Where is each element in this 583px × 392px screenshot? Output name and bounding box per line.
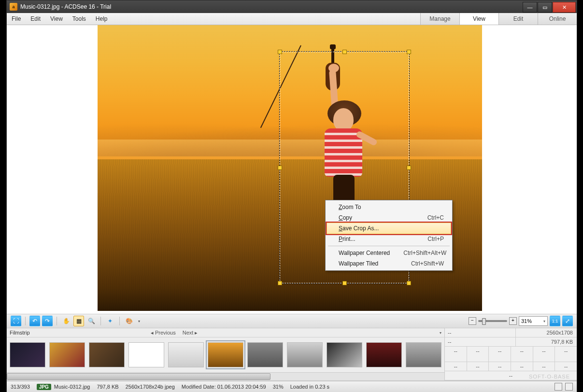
info-cell: --: [533, 362, 555, 371]
status-counter: 313/393: [11, 384, 30, 390]
filmstrip-menu-icon[interactable]: ▾: [440, 331, 441, 335]
selection-handle-w[interactable]: [278, 166, 282, 170]
info-panel: -- 2560x1708 -- 797,8 KB -- -- -- -- -- …: [445, 328, 577, 380]
window-title: Music-0312.jpg - ACDSee 16 - Trial: [20, 3, 522, 10]
filmstrip-scrollbar[interactable]: [7, 372, 444, 380]
zoom-fit-icon[interactable]: ⤢: [562, 316, 573, 326]
status-icon-1[interactable]: [555, 383, 562, 391]
info-top-left: --: [445, 328, 516, 337]
scrollbar-thumb[interactable]: [7, 373, 270, 380]
zoom-in-button[interactable]: +: [509, 317, 517, 325]
filmstrip-panel: Filmstrip ◂ Previous Next ▸ ▾: [7, 328, 445, 380]
tool-rotate-right-icon[interactable]: ↷: [42, 316, 53, 326]
zoom-slider-thumb[interactable]: [482, 318, 486, 325]
mode-online[interactable]: Online: [538, 13, 577, 25]
thumb[interactable]: [327, 342, 362, 367]
status-dimensions: 2560x1708x24b jpeg: [126, 384, 175, 390]
menu-file[interactable]: File: [7, 13, 26, 25]
status-modified: Modified Date: 01.06.2013 20:04:59: [182, 384, 266, 390]
selection-handle-ne[interactable]: [407, 50, 411, 54]
status-filesize: 797,8 KB: [97, 384, 118, 390]
tool-rotate-left-icon[interactable]: ↶: [29, 316, 40, 326]
info-cell: --: [489, 347, 511, 362]
status-icon-2[interactable]: [565, 383, 573, 391]
thumb[interactable]: [49, 342, 85, 367]
info-cell: --: [511, 362, 533, 371]
bottom-panels: Filmstrip ◂ Previous Next ▸ ▾: [7, 328, 577, 381]
status-loaded: Loaded in 0.23 s: [290, 384, 329, 390]
statusbar: 313/393 JPG Music-0312.jpg 797,8 KB 2560…: [7, 381, 577, 392]
info-cell: --: [445, 347, 467, 362]
selection-handle-e[interactable]: [407, 166, 411, 170]
zoom-value-dropdown[interactable]: 31%▾: [519, 316, 548, 326]
tool-palette-dropdown-icon[interactable]: ▾: [136, 316, 142, 326]
tool-pan-icon[interactable]: ✋: [61, 316, 71, 326]
ctx-copy[interactable]: CopyCtrl+C: [327, 212, 451, 223]
thumb[interactable]: [10, 342, 45, 367]
menubar: File Edit View Tools Help Manage View Ed…: [7, 13, 577, 25]
selection-handle-s[interactable]: [342, 281, 347, 285]
mode-view[interactable]: View: [459, 13, 498, 25]
filmstrip-next[interactable]: Next ▸: [183, 330, 198, 336]
ctx-wallpaper-tiled[interactable]: Wallpaper TiledCtrl+Shift+W: [327, 258, 451, 269]
info-cell: --: [467, 362, 489, 371]
ctx-print[interactable]: Print...Ctrl+P: [327, 234, 451, 244]
thumb[interactable]: [247, 342, 283, 367]
filmstrip-prev[interactable]: ◂ Previous: [151, 330, 176, 336]
view-toolbar: ⛶ ↶ ↷ ✋ ▦ 🔍 ✦ 🎨 ▾ − + 31%▾ 1:1 ⤢: [7, 314, 577, 328]
menu-help[interactable]: Help: [91, 13, 113, 25]
zoom-slider[interactable]: [478, 320, 507, 322]
ctx-wallpaper-centered[interactable]: Wallpaper CenteredCtrl+Shift+Alt+W: [327, 248, 451, 258]
thumb[interactable]: [168, 342, 204, 367]
zoom-controls: − + 31%▾ 1:1 ⤢: [469, 316, 573, 326]
app-window: a Music-0312.jpg - ACDSee 16 - Trial — ▭…: [6, 0, 577, 392]
zoom-actual-icon[interactable]: 1:1: [550, 316, 560, 326]
status-filename: Music-0312.jpg: [54, 384, 90, 390]
window-controls: — ▭ ✕: [522, 2, 576, 12]
ctx-separator: [328, 246, 450, 246]
zoom-out-button[interactable]: −: [469, 317, 476, 325]
mode-edit[interactable]: Edit: [498, 13, 538, 25]
info-cell: --: [555, 362, 577, 371]
image-viewer[interactable]: Zoom To CopyCtrl+C Save Crop As... Print…: [7, 25, 577, 314]
info-bottom: --: [445, 371, 577, 380]
mode-manage[interactable]: Manage: [420, 13, 459, 25]
status-zoom: 31%: [273, 384, 284, 390]
ctx-zoom-to[interactable]: Zoom To: [327, 202, 451, 212]
menu-tools[interactable]: Tools: [68, 13, 91, 25]
filmstrip-thumbs[interactable]: [7, 337, 444, 372]
filmstrip-header: Filmstrip ◂ Previous Next ▸ ▾: [7, 328, 444, 337]
selection-handle-sw[interactable]: [278, 281, 282, 285]
selection-handle-nw[interactable]: [278, 50, 282, 54]
info-cell: --: [489, 362, 511, 371]
app-icon: a: [10, 3, 17, 11]
tool-palette-icon[interactable]: 🎨: [124, 316, 134, 326]
info-cell: --: [445, 362, 467, 371]
tool-select-icon[interactable]: ▦: [73, 316, 84, 326]
maximize-button[interactable]: ▭: [538, 2, 552, 13]
selection-handle-se[interactable]: [407, 281, 411, 285]
close-button[interactable]: ✕: [553, 2, 576, 13]
tool-exposure-icon[interactable]: ✦: [105, 316, 115, 326]
status-format-badge: JPG: [37, 384, 51, 390]
titlebar: a Music-0312.jpg - ACDSee 16 - Trial — ▭…: [7, 0, 577, 13]
thumb-current[interactable]: [208, 342, 243, 367]
filmstrip-title: Filmstrip: [10, 330, 30, 336]
info-cell: --: [533, 347, 555, 362]
info-dimensions: 2560x1708: [516, 328, 577, 337]
info-cell: --: [511, 347, 533, 362]
thumb[interactable]: [89, 342, 125, 367]
info-size: 797,8 KB: [516, 337, 577, 346]
info-dash: --: [445, 337, 516, 346]
tool-zoom-icon[interactable]: 🔍: [86, 316, 97, 326]
menu-view[interactable]: View: [45, 13, 68, 25]
thumb[interactable]: [287, 342, 323, 367]
tool-fullscreen-icon[interactable]: ⛶: [11, 316, 21, 326]
thumb[interactable]: [366, 342, 402, 367]
thumb[interactable]: [128, 342, 164, 367]
ctx-save-crop-as[interactable]: Save Crop As...: [327, 223, 451, 234]
thumb[interactable]: [406, 342, 441, 367]
menu-edit[interactable]: Edit: [26, 13, 45, 25]
minimize-button[interactable]: —: [523, 2, 537, 13]
selection-handle-n[interactable]: [342, 50, 347, 54]
